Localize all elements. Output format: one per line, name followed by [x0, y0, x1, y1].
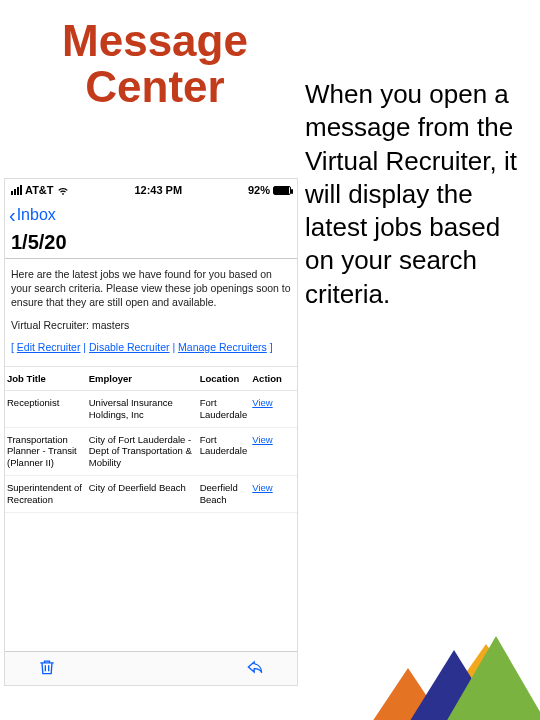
- title-line2: Center: [85, 62, 224, 111]
- clock: 12:43 PM: [134, 184, 182, 196]
- wifi-icon: [57, 184, 69, 196]
- cell-employer: City of Deerfield Beach: [87, 476, 198, 513]
- jobs-table: Job Title Employer Location Action Recep…: [5, 367, 297, 513]
- cell-title: Receptionist: [5, 390, 87, 427]
- message-body: Here are the latest jobs we have found f…: [5, 259, 297, 367]
- recruiter-links: [ Edit Recruiter | Disable Recruiter | M…: [11, 340, 291, 354]
- table-row: Superintendent of Recreation City of Dee…: [5, 476, 297, 513]
- battery-icon: [273, 186, 291, 195]
- disable-recruiter-link[interactable]: Disable Recruiter: [89, 341, 170, 353]
- cell-location: Fort Lauderdale: [198, 390, 251, 427]
- reply-icon[interactable]: [245, 657, 265, 681]
- status-bar: AT&T 12:43 PM 92%: [5, 179, 297, 201]
- view-link[interactable]: View: [252, 397, 272, 408]
- manage-recruiters-link[interactable]: Manage Recruiters: [178, 341, 267, 353]
- view-link[interactable]: View: [252, 482, 272, 493]
- chevron-left-icon: ‹: [9, 205, 16, 225]
- cell-title: Superintendent of Recreation: [5, 476, 87, 513]
- message-date: 1/5/20: [5, 229, 297, 259]
- table-row: Transportation Planner - Transit (Planne…: [5, 427, 297, 476]
- edit-recruiter-link[interactable]: Edit Recruiter: [17, 341, 81, 353]
- cell-employer: City of Fort Lauderdale - Dept of Transp…: [87, 427, 198, 476]
- page-title: Message Center: [30, 18, 280, 110]
- col-employer: Employer: [87, 367, 198, 391]
- cell-employer: Universal Insurance Holdings, Inc: [87, 390, 198, 427]
- decorative-triangles: [360, 600, 540, 720]
- carrier-label: AT&T: [25, 184, 54, 196]
- title-line1: Message: [62, 16, 248, 65]
- battery-pct: 92%: [248, 184, 270, 196]
- intro-text: Here are the latest jobs we have found f…: [11, 267, 291, 310]
- cell-location: Fort Lauderdale: [198, 427, 251, 476]
- back-button[interactable]: ‹ Inbox: [5, 201, 297, 229]
- phone-screenshot: AT&T 12:43 PM 92% ‹ Inbox 1/5/20 Here ar…: [4, 178, 298, 686]
- virtual-recruiter-label: Virtual Recruiter: masters: [11, 318, 291, 332]
- view-link[interactable]: View: [252, 434, 272, 445]
- cell-title: Transportation Planner - Transit (Planne…: [5, 427, 87, 476]
- col-job-title: Job Title: [5, 367, 87, 391]
- cell-location: Deerfield Beach: [198, 476, 251, 513]
- col-action: Action: [250, 367, 297, 391]
- table-row: Receptionist Universal Insurance Holding…: [5, 390, 297, 427]
- signal-icon: [11, 185, 22, 195]
- col-location: Location: [198, 367, 251, 391]
- trash-icon[interactable]: [37, 657, 57, 681]
- description-text: When you open a message from the Virtual…: [305, 78, 520, 311]
- back-label: Inbox: [17, 206, 56, 224]
- bottom-toolbar: [5, 651, 297, 685]
